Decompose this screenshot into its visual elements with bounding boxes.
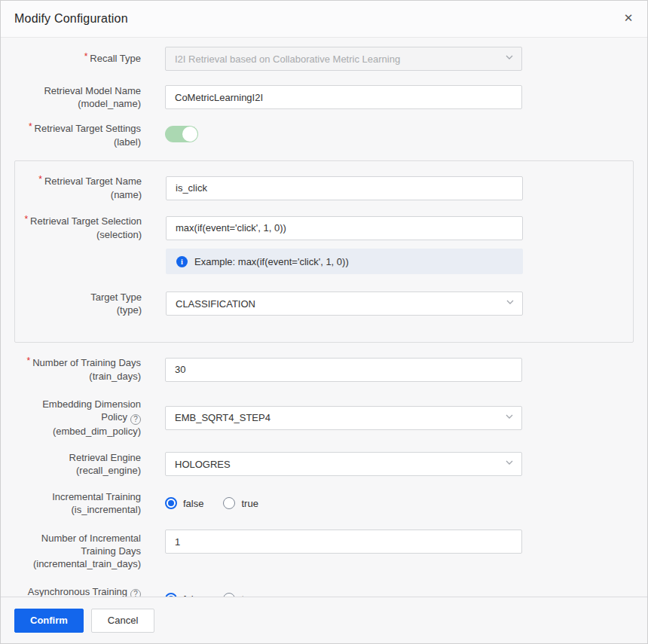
modify-configuration-dialog: Modify Configuration ✕ *Recall Type I2I … [0, 0, 648, 644]
target-type-value: CLASSIFICATION [176, 298, 255, 310]
is-async-label: Asynchronous Training? (is_async) [14, 585, 141, 597]
train-days-control [165, 358, 522, 382]
target-selection-input[interactable] [166, 216, 523, 240]
row-is-incremental: Incremental Training (is_incremental) fa… [14, 490, 634, 516]
recall-engine-control: HOLOGRES [165, 452, 522, 476]
target-settings-control [165, 126, 522, 145]
recall-engine-select[interactable]: HOLOGRES [165, 452, 522, 476]
row-target-selection: *Retrieval Target Selection (selection) [15, 215, 633, 241]
row-incremental-train-days: Number of Incremental Training Days (inc… [14, 530, 634, 570]
incremental-train-days-input[interactable] [165, 530, 522, 554]
row-target-name: *Retrieval Target Name (name) [15, 175, 633, 201]
row-model-name: Retrieval Model Name (model_name) [14, 84, 634, 110]
help-icon[interactable]: ? [130, 589, 141, 597]
is-incremental-radio-group: false true [165, 497, 522, 509]
incremental-train-days-label: Number of Incremental Training Days (inc… [14, 530, 141, 570]
info-icon: i [176, 256, 188, 267]
dialog-title: Modify Configuration [14, 12, 128, 26]
radio-checked-icon [165, 497, 177, 509]
embed-dim-policy-label: Embedding Dimension Policy? (embed_dim_p… [14, 398, 141, 438]
radio-unchecked-icon [223, 497, 235, 509]
row-recall-engine: Retrieval Engine (recall_engine) HOLOGRE… [14, 451, 634, 477]
embed-dim-policy-control: EMB_SQRT4_STEP4 [165, 406, 522, 430]
selection-hint-box: i Example: max(if(event='click', 1, 0)) [166, 249, 523, 274]
required-mark: * [29, 121, 32, 132]
help-icon[interactable]: ? [130, 414, 141, 425]
dialog-body: *Recall Type I2I Retrieval based on Coll… [1, 38, 647, 597]
recall-type-select[interactable]: I2I Retrieval based on Collaborative Met… [165, 47, 522, 71]
model-name-control [165, 85, 522, 109]
radio-option-false[interactable]: false [165, 593, 203, 597]
dialog-header: Modify Configuration ✕ [1, 1, 647, 38]
recall-engine-label: Retrieval Engine (recall_engine) [14, 451, 141, 477]
incremental-train-days-control [165, 530, 522, 554]
target-name-control [166, 176, 523, 200]
radio-option-false[interactable]: false [165, 497, 203, 509]
embed-dim-policy-value: EMB_SQRT4_STEP4 [175, 412, 271, 423]
required-mark: * [24, 214, 28, 224]
is-incremental-label: Incremental Training (is_incremental) [14, 490, 141, 516]
recall-type-value: I2I Retrieval based on Collaborative Met… [175, 53, 400, 65]
row-train-days: *Number of Training Days (train_days) [14, 356, 634, 383]
row-recall-type: *Recall Type I2I Retrieval based on Coll… [14, 47, 634, 71]
radio-option-true[interactable]: true [223, 593, 258, 597]
model-name-label: Retrieval Model Name (model_name) [14, 84, 141, 110]
recall-type-control: I2I Retrieval based on Collaborative Met… [165, 47, 522, 71]
row-target-settings: *Retrieval Target Settings (label) [14, 122, 634, 148]
recall-engine-value: HOLOGRES [175, 459, 231, 470]
target-selection-control [166, 216, 523, 240]
radio-unchecked-icon [223, 593, 235, 597]
is-async-control: false true [165, 593, 522, 597]
target-type-label: Target Type (type) [15, 291, 142, 316]
radio-option-true[interactable]: true [223, 497, 258, 509]
selection-hint-text: Example: max(if(event='click', 1, 0)) [194, 256, 349, 267]
target-settings-toggle[interactable] [165, 126, 198, 142]
target-type-select[interactable]: CLASSIFICATION [166, 291, 523, 316]
target-name-input[interactable] [166, 176, 523, 200]
row-selection-hint: i Example: max(if(event='click', 1, 0)) [15, 249, 633, 274]
train-days-input[interactable] [165, 358, 522, 382]
required-mark: * [27, 356, 31, 366]
recall-type-label: *Recall Type [14, 52, 141, 66]
cancel-button[interactable]: Cancel [91, 609, 154, 633]
is-async-radio-group: false true [165, 593, 522, 597]
model-name-input[interactable] [165, 85, 522, 109]
radio-checked-icon [165, 593, 177, 597]
confirm-button[interactable]: Confirm [14, 609, 84, 633]
toggle-knob-icon [182, 127, 197, 142]
is-incremental-control: false true [165, 497, 522, 509]
required-mark: * [38, 174, 42, 185]
row-embed-dim-policy: Embedding Dimension Policy? (embed_dim_p… [14, 398, 634, 438]
retrieval-target-group: *Retrieval Target Name (name) *Retrieval… [14, 160, 634, 343]
row-target-type: Target Type (type) CLASSIFICATION [15, 291, 633, 316]
row-is-async: Asynchronous Training? (is_async) false … [14, 585, 634, 597]
target-settings-label: *Retrieval Target Settings (label) [14, 122, 141, 148]
target-selection-label: *Retrieval Target Selection (selection) [15, 215, 142, 241]
train-days-label: *Number of Training Days (train_days) [14, 356, 141, 383]
target-name-label: *Retrieval Target Name (name) [15, 175, 142, 201]
dialog-footer: Confirm Cancel [1, 597, 647, 643]
required-mark: * [84, 51, 88, 62]
close-icon[interactable]: ✕ [619, 8, 638, 28]
target-type-control: CLASSIFICATION [166, 291, 523, 316]
embed-dim-policy-select[interactable]: EMB_SQRT4_STEP4 [165, 406, 522, 430]
